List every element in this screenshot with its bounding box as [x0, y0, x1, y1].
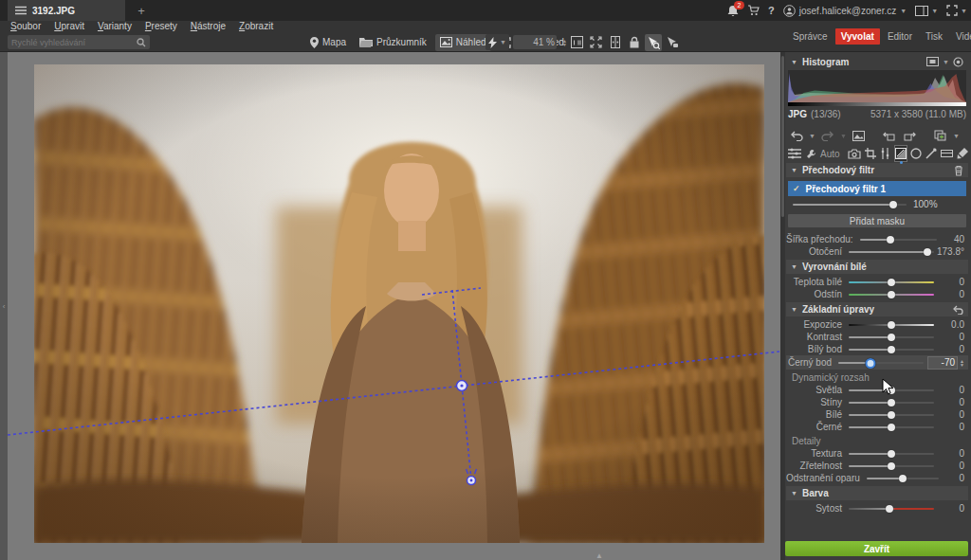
scrollbar-thumb[interactable]: [781, 56, 784, 217]
menu-zobrazit[interactable]: Zobrazit: [232, 21, 280, 32]
black-point-slider[interactable]: [838, 362, 924, 364]
menu-soubor[interactable]: Soubor: [4, 21, 47, 32]
slider-value[interactable]: 40: [937, 234, 964, 244]
slider-value[interactable]: 0: [934, 277, 964, 287]
zoom-1to1-button[interactable]: [569, 34, 586, 51]
black-point-value-field[interactable]: -70: [927, 356, 958, 370]
slider-value[interactable]: 0: [934, 503, 964, 514]
auto-label[interactable]: Auto: [820, 149, 840, 159]
compare-view-button[interactable]: [607, 34, 624, 51]
temperature-slider[interactable]: [849, 281, 934, 283]
slider-value[interactable]: 0: [934, 461, 964, 471]
checkbox-checked-icon[interactable]: ✓: [793, 184, 800, 193]
menu-presety[interactable]: Presety: [138, 21, 184, 32]
radial-filter-tool-icon[interactable]: [910, 146, 922, 161]
slider-value[interactable]: 0: [939, 473, 964, 483]
auto-wrench-icon[interactable]: [805, 146, 816, 161]
left-panel-collapse-handle[interactable]: ‹: [0, 52, 8, 560]
section-color[interactable]: ▼ Barva: [786, 486, 968, 500]
search-icon[interactable]: [137, 38, 146, 47]
compare-original-icon[interactable]: [851, 128, 868, 143]
saturation-slider[interactable]: [849, 508, 934, 510]
gradient-filter-tool-icon[interactable]: [895, 146, 907, 161]
tab-vyvolat[interactable]: Vyvolat: [835, 28, 880, 45]
camera-settings-icon[interactable]: [848, 146, 861, 161]
explorer-button[interactable]: Průzkumník: [355, 34, 431, 51]
fit-to-screen-button[interactable]: [588, 34, 605, 51]
close-button[interactable]: Zavřít: [785, 541, 968, 556]
preview-button[interactable]: Náhled: [435, 34, 491, 51]
tab-menu-icon[interactable]: [15, 6, 27, 15]
section-basic-adjustments[interactable]: ▼ Základní úpravy: [786, 302, 968, 316]
menu-nastroje[interactable]: Nástroje: [184, 21, 232, 32]
notifications-bell-icon[interactable]: 2: [727, 5, 739, 17]
quick-edits-icon[interactable]: [788, 146, 801, 161]
zoom-level-field[interactable]: 41 %: [513, 35, 557, 49]
undo-icon[interactable]: [788, 128, 805, 143]
editor-canvas[interactable]: [8, 52, 780, 560]
exposure-slider[interactable]: [849, 324, 934, 326]
histogram-target-icon[interactable]: [953, 57, 963, 67]
panorama-tool-icon[interactable]: [941, 146, 953, 161]
width-slider[interactable]: [860, 239, 937, 241]
tint-slider[interactable]: [849, 294, 934, 296]
chevron-down-icon[interactable]: ▼: [943, 59, 949, 65]
retouch-tool-icon[interactable]: [925, 146, 937, 161]
brush-tool-icon[interactable]: [957, 146, 968, 161]
layout-switcher[interactable]: ▼: [915, 6, 938, 16]
slider-value[interactable]: 0: [934, 332, 964, 342]
slider-value[interactable]: 0: [934, 344, 964, 354]
search-input[interactable]: [8, 38, 137, 47]
delete-filter-icon[interactable]: [954, 165, 963, 176]
document-tab[interactable]: 3192.JPG: [8, 0, 125, 21]
copy-settings-icon[interactable]: [932, 128, 949, 143]
clarity-slider[interactable]: [849, 465, 934, 467]
map-button[interactable]: Mapa: [305, 34, 351, 51]
bottom-panel-collapse-handle[interactable]: ▲: [595, 551, 603, 560]
dehaze-slider[interactable]: [867, 478, 939, 479]
slider-value[interactable]: 0: [934, 397, 964, 407]
menu-upravit[interactable]: Upravit: [47, 21, 91, 32]
new-tab-button[interactable]: +: [133, 2, 150, 19]
texture-slider[interactable]: [849, 453, 934, 455]
zoom-cursor-tool[interactable]: [645, 34, 662, 51]
rotate-right-icon[interactable]: [902, 128, 919, 143]
blacks-slider[interactable]: [849, 426, 934, 428]
slider-value[interactable]: 0: [934, 385, 964, 395]
slider-value[interactable]: 0: [934, 422, 964, 432]
reset-section-icon[interactable]: [953, 305, 963, 315]
slider-value[interactable]: 0.0: [934, 319, 964, 330]
rotate-left-icon[interactable]: [881, 128, 898, 143]
fullscreen-toggle[interactable]: ▼: [946, 5, 967, 16]
redo-icon[interactable]: [819, 128, 836, 143]
section-gradient-filter[interactable]: ▼ Přechodový filtr: [786, 163, 968, 177]
rotation-slider[interactable]: [849, 251, 934, 253]
add-mask-button[interactable]: Přidat masku: [788, 214, 966, 227]
whites-slider[interactable]: [849, 414, 934, 416]
highlights-slider[interactable]: [849, 389, 934, 391]
help-button[interactable]: ?: [768, 5, 775, 16]
cart-icon[interactable]: [747, 5, 760, 16]
white-point-slider[interactable]: [849, 349, 934, 351]
tab-editor[interactable]: Editor: [882, 28, 918, 45]
auto-zoom-button[interactable]: ▼: [486, 34, 509, 50]
slider-value[interactable]: 0: [934, 409, 964, 420]
slider-value[interactable]: 0: [934, 448, 964, 459]
crop-tool-icon[interactable]: [865, 146, 876, 161]
zoom-stepper[interactable]: ▲▼: [562, 39, 567, 46]
tab-tisk[interactable]: Tisk: [920, 28, 948, 45]
histogram-header[interactable]: ▼ Histogram ▼: [786, 55, 968, 68]
section-white-balance[interactable]: ▼ Vyrovnání bílé: [786, 260, 968, 274]
value-stepper[interactable]: ▲▼: [960, 359, 964, 367]
histogram-display-icon[interactable]: [926, 57, 939, 66]
account-menu[interactable]: josef.halicek@zoner.cz ▼: [783, 5, 907, 17]
tab-video[interactable]: Video: [950, 28, 971, 45]
gradient-filter-layer-row[interactable]: ✓ Přechodový filtr 1: [788, 181, 966, 196]
cursor-settings-tool[interactable]: [664, 34, 681, 51]
tab-spravce[interactable]: Správce: [787, 28, 834, 45]
panel-scrollbar[interactable]: [780, 52, 785, 560]
chevron-down-icon[interactable]: ▼: [809, 133, 815, 139]
menu-varianty[interactable]: Varianty: [91, 21, 138, 32]
chevron-down-icon[interactable]: ▼: [953, 133, 960, 139]
opacity-slider[interactable]: [793, 204, 907, 206]
